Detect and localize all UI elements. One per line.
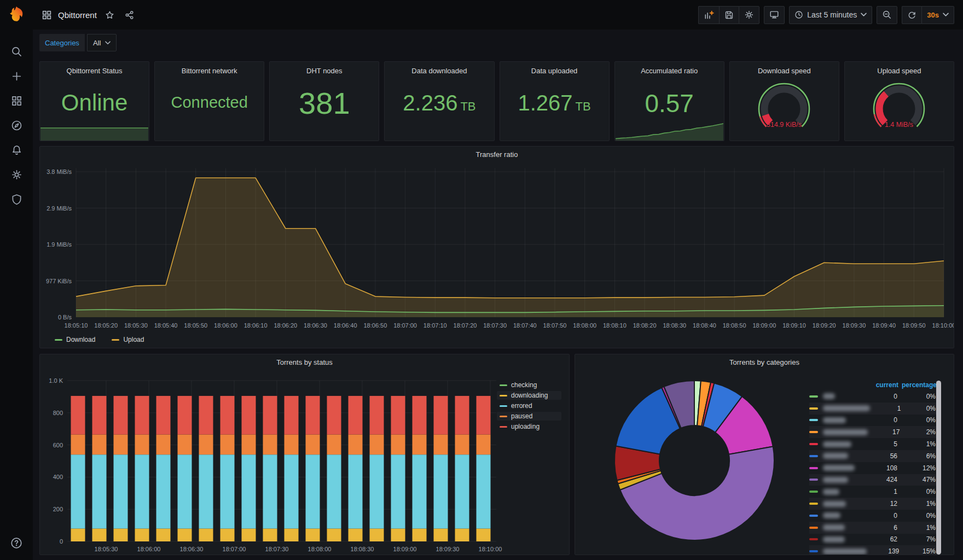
shield-icon[interactable] [7, 190, 26, 208]
table-row[interactable]: 00% [809, 390, 937, 402]
star-icon[interactable] [103, 8, 117, 22]
bar-segment-errored [156, 454, 171, 528]
bar-segment-errored [178, 454, 192, 528]
table-row[interactable]: 10812% [809, 462, 937, 474]
bar-segment-paused [327, 434, 341, 454]
bar-segment-downloading [391, 528, 405, 541]
table-row[interactable]: 172% [809, 426, 937, 438]
time-range-picker[interactable]: Last 5 minutes [789, 6, 872, 24]
table-row[interactable]: 00% [809, 415, 937, 427]
y-axis-label: 3.8 MiB/s [47, 168, 72, 175]
bar-segment-errored [306, 454, 320, 528]
bar-segment-paused [156, 434, 171, 454]
search-icon[interactable] [7, 42, 26, 61]
grafana-logo-icon[interactable] [7, 5, 26, 25]
legend-swatch [809, 407, 818, 410]
sidebar [0, 0, 33, 560]
bar-segment-paused [391, 434, 405, 454]
stat-title[interactable]: Bittorrent network [155, 62, 264, 75]
alerting-icon[interactable] [7, 141, 26, 159]
table-header: currentpercentage [809, 380, 937, 390]
current-value: 56 [863, 452, 897, 460]
table-row[interactable]: 13915% [809, 545, 937, 555]
table-row[interactable]: 627% [809, 534, 937, 546]
x-axis-label: 18:08:40 [693, 322, 716, 329]
torrents-by-status-panel: Torrents by status 02004006008001.0 K18:… [39, 354, 570, 555]
stat-title[interactable]: DHT nodes [270, 62, 379, 75]
table-row[interactable]: 566% [809, 450, 937, 462]
stat-value-text: 381 [299, 86, 350, 120]
variables-row: Categories All [33, 30, 963, 56]
table-row[interactable]: 121% [809, 498, 937, 510]
table-row[interactable]: 51% [809, 438, 937, 450]
cycle-view-icon[interactable] [764, 6, 785, 24]
table-row[interactable]: 00% [809, 510, 937, 522]
stat-sparkline [40, 126, 148, 141]
dashboard-settings-icon[interactable] [739, 6, 759, 24]
top-nav: Qbittorrent [33, 0, 963, 30]
legend-item-download[interactable]: Download [52, 335, 98, 344]
legend-item-errored[interactable]: errored [497, 401, 561, 410]
stats-row: Qbittorrent StatusOnlineBittorrent netwo… [39, 61, 954, 141]
legend-item-paused[interactable]: paused [497, 412, 561, 421]
stat-value-text: 1.267 [518, 91, 572, 115]
zoom-out-icon[interactable] [877, 6, 897, 24]
dashboard-title: Qbittorrent [58, 10, 97, 20]
y-axis-label: 1.0 K [49, 377, 63, 384]
stat-value-text: 0.57 [645, 89, 694, 118]
stat-title[interactable]: Qbittorrent Status [40, 62, 149, 75]
table-row[interactable]: 10% [809, 486, 937, 498]
refresh-icon[interactable] [902, 6, 921, 24]
share-icon[interactable] [123, 8, 136, 22]
bar-segment-downloading [156, 528, 171, 541]
scrollbar[interactable] [936, 381, 941, 555]
header-current[interactable]: current [865, 381, 898, 389]
categories-variable-value[interactable]: All [87, 34, 117, 51]
panel-title[interactable]: Torrents by categories [575, 354, 954, 366]
stat-value: 381 [270, 88, 379, 119]
table-row[interactable]: 10% [809, 402, 937, 415]
bar-segment-downloading [199, 528, 213, 541]
legend-item-downloading[interactable]: downloading [497, 391, 561, 400]
categories-variable-label[interactable]: Categories [39, 34, 85, 51]
bar-segment-paused [413, 434, 427, 454]
blurred-category-name [823, 405, 870, 411]
settings-icon[interactable] [7, 165, 26, 184]
legend-item-checking[interactable]: checking [497, 381, 561, 389]
stat-title[interactable]: Download speed [730, 62, 839, 75]
stat-value: 2.236TB [385, 92, 494, 114]
explore-icon[interactable] [7, 116, 26, 135]
bar-segment-downloading [178, 528, 192, 541]
x-axis-label: 18:09:40 [872, 322, 896, 329]
current-value: 1 [870, 405, 901, 412]
legend-swatch [809, 467, 818, 469]
gauge-value: 1.4 MiB/s [885, 121, 913, 129]
save-dashboard-icon[interactable] [719, 6, 739, 24]
table-row[interactable]: 42447% [809, 474, 937, 486]
blurred-category-name [823, 417, 846, 423]
stat-title[interactable]: Data downloaded [385, 62, 494, 75]
percentage-value: 0% [897, 512, 936, 520]
stat-title[interactable]: Upload speed [845, 62, 954, 75]
current-value: 0 [863, 393, 897, 400]
x-axis-label: 18:06:30 [180, 546, 204, 552]
bar-segment-errored [221, 454, 235, 528]
help-icon[interactable] [7, 534, 26, 552]
stat-title[interactable]: Accumulated ratio [615, 62, 724, 75]
bar-segment-downloading [263, 528, 277, 541]
x-axis-label: 18:09:20 [813, 322, 836, 329]
percentage-value: 6% [897, 452, 936, 460]
bar-segment-uploading [114, 396, 128, 435]
legend-item-upload[interactable]: Upload [109, 335, 147, 344]
add-panel-icon[interactable] [698, 6, 719, 24]
legend-item-uploading[interactable]: uploading [497, 422, 561, 431]
add-icon[interactable] [7, 67, 26, 85]
legend-swatch [809, 538, 818, 540]
refresh-interval-picker[interactable]: 30s [921, 6, 954, 24]
table-row[interactable]: 61% [809, 522, 937, 534]
bar-segment-errored [71, 454, 85, 528]
current-value: 62 [863, 535, 897, 543]
stat-title[interactable]: Data uploaded [500, 62, 609, 75]
header-percentage[interactable]: percentage [898, 381, 937, 389]
dashboards-icon[interactable] [7, 91, 26, 110]
